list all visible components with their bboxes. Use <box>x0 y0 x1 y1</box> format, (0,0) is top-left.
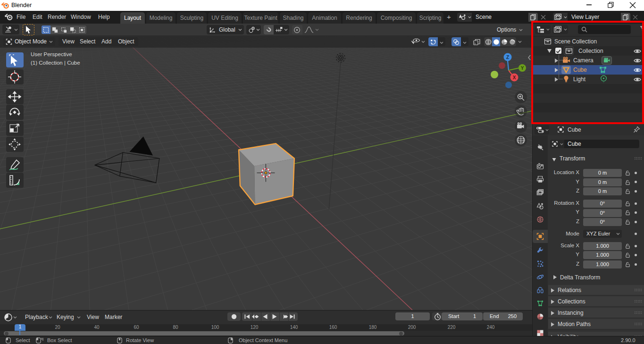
svg-text:Z: Z <box>506 55 509 60</box>
svg-text:Y: Y <box>521 66 524 71</box>
svg-text:X: X <box>513 75 516 80</box>
